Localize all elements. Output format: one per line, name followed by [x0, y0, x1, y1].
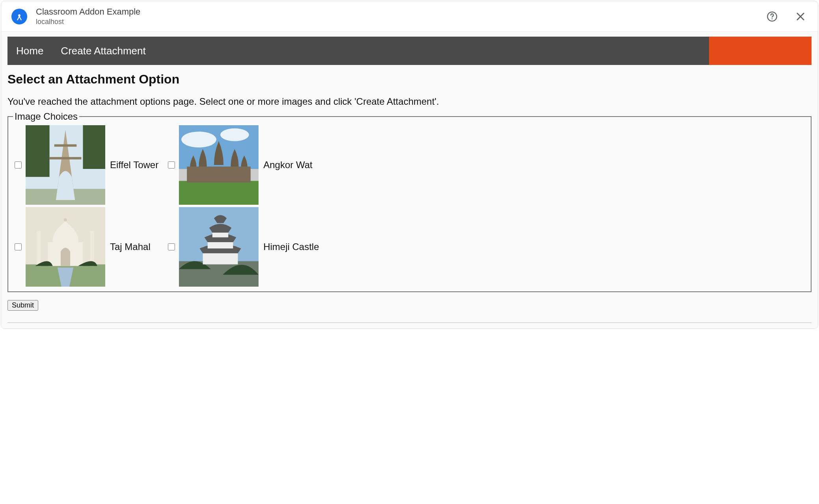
navbar: Home Create Attachment: [7, 37, 812, 65]
choice-taj-mahal[interactable]: Taj Mahal: [13, 207, 158, 287]
choice-label: Taj Mahal: [110, 241, 151, 252]
svg-rect-6: [54, 145, 77, 147]
fieldset-legend: Image Choices: [13, 111, 79, 122]
nav-left: Home Create Attachment: [7, 37, 154, 65]
thumbnail-angkor-wat: [179, 125, 259, 205]
nav-create-attachment[interactable]: Create Attachment: [52, 37, 154, 65]
svg-rect-10: [179, 181, 259, 205]
thumbnail-taj-mahal: [26, 207, 105, 287]
svg-rect-17: [90, 231, 94, 266]
dialog-body: Home Create Attachment Select an Attachm…: [1, 32, 818, 328]
svg-rect-11: [187, 167, 251, 182]
submit-button[interactable]: Submit: [7, 300, 38, 311]
svg-point-2: [772, 18, 773, 19]
header-text: Classroom Addon Example localhost: [36, 7, 765, 26]
addon-dialog: Classroom Addon Example localhost Home: [1, 1, 818, 329]
checkbox-angkor-wat[interactable]: [168, 161, 175, 169]
thumbnail-eiffel-tower: [26, 125, 105, 205]
svg-point-9: [220, 128, 249, 141]
choice-himeji-castle[interactable]: Himeji Castle: [166, 207, 319, 287]
help-icon: [767, 11, 778, 22]
choice-angkor-wat[interactable]: Angkor Wat: [166, 125, 319, 205]
dialog-header: Classroom Addon Example localhost: [1, 1, 818, 32]
app-icon: [11, 9, 27, 24]
nav-spacer: [154, 37, 709, 65]
checkbox-himeji-castle[interactable]: [168, 243, 175, 250]
svg-rect-5: [50, 157, 82, 159]
thumbnail-himeji-castle: [179, 207, 259, 287]
checkbox-eiffel-tower[interactable]: [15, 161, 22, 169]
choice-label: Angkor Wat: [263, 159, 313, 170]
svg-rect-16: [37, 231, 41, 266]
page-description: You've reached the attachment options pa…: [7, 96, 812, 107]
svg-point-15: [64, 219, 67, 222]
choice-eiffel-tower[interactable]: Eiffel Tower: [13, 125, 158, 205]
divider: [7, 322, 812, 323]
app-title: Classroom Addon Example: [36, 7, 765, 17]
nav-home[interactable]: Home: [7, 37, 52, 65]
close-icon: [795, 11, 806, 22]
help-button[interactable]: [765, 9, 779, 24]
choice-label: Himeji Castle: [263, 241, 319, 252]
header-actions: [765, 9, 808, 24]
app-subtitle: localhost: [36, 18, 765, 26]
image-choices-fieldset: Image Choices: [7, 111, 812, 292]
choice-label: Eiffel Tower: [110, 159, 158, 170]
checkbox-taj-mahal[interactable]: [15, 243, 22, 250]
close-button[interactable]: [793, 9, 808, 24]
page-title: Select an Attachment Option: [7, 72, 812, 87]
nav-accent: [709, 37, 812, 65]
choices-grid: Eiffel Tower: [13, 125, 806, 287]
svg-point-8: [181, 132, 216, 148]
